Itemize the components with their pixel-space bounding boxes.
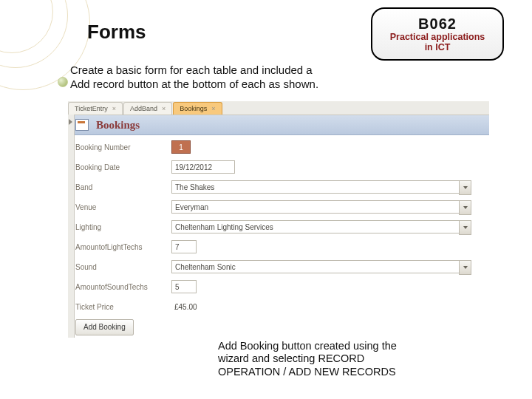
bullet-icon [58,77,68,87]
label-venue: Venue [75,203,171,211]
label-booking-number: Booking Number [75,143,171,151]
field-row: Lighting Cheltenham Lighting Services [75,219,489,234]
badge-line1: Practical applications [390,33,485,43]
value-ticket-price: £45.00 [171,300,216,313]
label-lighting: Lighting [75,223,171,231]
input-booking-number[interactable]: 1 [171,140,191,154]
field-row: Booking Date 19/12/2012 [75,160,489,174]
intro-text: Create a basic form for each table and i… [70,64,318,92]
form-header: Bookings [68,115,489,135]
tab-label: Bookings [180,105,207,112]
input-amount-light-techs[interactable]: 7 [171,240,197,253]
select-venue[interactable]: Everyman [171,200,471,214]
access-form-screenshot: TicketEntry× AddBand× Bookings× Bookings… [68,101,489,338]
chevron-down-icon[interactable] [459,220,471,235]
caption-line2: wizard and selecting RECORD [218,352,463,365]
course-badge: B062 Practical applications in ICT [371,7,504,61]
tab-ticketentry[interactable]: TicketEntry× [68,102,123,115]
intro-line1: Create a basic form for each table and i… [70,64,318,78]
select-value: Cheltenham Sonic [175,263,236,271]
form-body: Booking Number 1 Booking Date 19/12/2012… [68,135,489,335]
tab-label: TicketEntry [75,105,108,112]
field-row: Band The Shakes [75,180,489,194]
tab-bookings[interactable]: Bookings× [173,102,222,115]
tab-label: AddBand [130,105,157,112]
select-lighting[interactable]: Cheltenham Lighting Services [171,220,471,233]
intro-line2: Add record button at the bottom of each … [70,78,318,92]
form-tabs: TicketEntry× AddBand× Bookings× [68,101,489,115]
field-row: AmountofLightTechs 7 [75,239,489,254]
caption-line1: Add Booking button created using the [218,340,463,352]
label-sound: Sound [75,263,171,271]
select-value: Cheltenham Lighting Services [175,223,273,231]
field-row: Ticket Price £45.00 [75,299,489,314]
input-amount-sound-techs[interactable]: 5 [171,280,197,293]
slide-title: Forms [87,21,146,44]
form-title: Bookings [96,119,140,132]
label-band: Band [75,183,171,191]
field-row: AmountofSoundTechs 5 [75,279,489,294]
field-row: Booking Number 1 [75,140,489,154]
input-booking-date[interactable]: 19/12/2012 [171,160,235,174]
chevron-down-icon[interactable] [459,260,471,275]
button-row: Add Booking [75,319,489,335]
chevron-down-icon[interactable] [459,200,471,215]
form-icon [75,119,89,131]
record-selector[interactable] [68,115,75,338]
close-icon[interactable]: × [211,105,215,112]
label-booking-date: Booking Date [75,163,171,171]
label-amount-light-techs: AmountofLightTechs [75,243,171,251]
label-ticket-price: Ticket Price [75,303,171,311]
badge-line2: in ICT [425,43,451,53]
select-value: The Shakes [175,183,214,191]
label-amount-sound-techs: AmountofSoundTechs [75,283,171,291]
chevron-down-icon[interactable] [459,180,471,195]
badge-code: B062 [418,16,457,33]
field-row: Sound Cheltenham Sonic [75,259,489,274]
close-icon[interactable]: × [112,105,116,112]
select-value: Everyman [175,203,208,211]
caption-line3: OPERATION / ADD NEW RECORDS [218,366,463,378]
select-sound[interactable]: Cheltenham Sonic [171,260,471,273]
add-booking-button[interactable]: Add Booking [75,319,134,335]
caption-text: Add Booking button created using the wiz… [218,340,463,378]
close-icon[interactable]: × [162,105,166,112]
tab-addband[interactable]: AddBand× [123,102,172,115]
select-band[interactable]: The Shakes [171,180,471,194]
field-row: Venue Everyman [75,200,489,214]
